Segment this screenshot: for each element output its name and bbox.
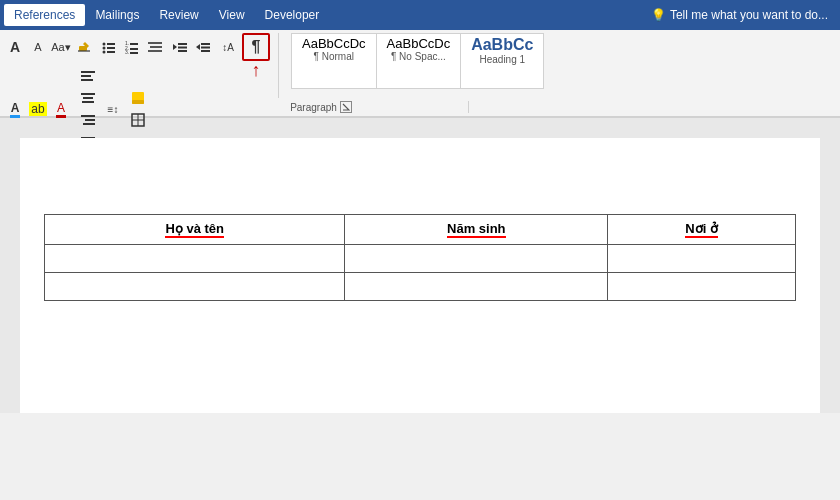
borders-btn[interactable]	[127, 109, 149, 131]
svg-rect-25	[201, 50, 210, 52]
tell-me-text: Tell me what you want to do...	[670, 8, 828, 22]
style-heading1[interactable]: AaBbCc Heading 1	[461, 34, 543, 88]
arrow-up-icon: ↑	[252, 61, 261, 79]
main-table: Họ và tên Năm sinh Nơi ở	[44, 214, 796, 301]
svg-rect-30	[83, 97, 93, 99]
sort-btn[interactable]: ↕A	[217, 36, 239, 58]
eraser-icon	[77, 40, 91, 54]
tell-me-bar: 💡 Tell me what you want to do...	[643, 8, 836, 22]
svg-rect-32	[81, 115, 95, 117]
menu-mailings[interactable]: Mailings	[85, 4, 149, 26]
font-group: A A Aa▾ 1.2.3.	[4, 33, 279, 98]
style-heading1-preview: AaBbCc	[471, 36, 533, 54]
pilcrow-btn[interactable]: ¶	[242, 33, 270, 61]
svg-rect-12	[130, 48, 138, 50]
align-right-icon	[81, 113, 95, 127]
multilevel-list-btn[interactable]	[144, 36, 166, 58]
svg-rect-27	[81, 75, 91, 77]
borders-icon	[131, 113, 145, 127]
style-nospace-label: ¶ No Spac...	[391, 51, 446, 62]
align-left-btn[interactable]	[77, 65, 99, 87]
svg-rect-20	[178, 47, 187, 49]
font-aa-btn[interactable]: Aa▾	[50, 36, 72, 58]
numbered-list-btn[interactable]: 1.2.3.	[121, 36, 143, 58]
menu-bar: References Mailings Review View Develope…	[0, 0, 840, 30]
clear-format-btn[interactable]	[73, 36, 95, 58]
style-no-spacing[interactable]: AaBbCcDc ¶ No Spac...	[377, 34, 462, 88]
svg-rect-4	[107, 43, 115, 45]
svg-rect-10	[130, 43, 138, 45]
menu-view[interactable]: View	[209, 4, 255, 26]
styles-container: AaBbCcDc ¶ Normal AaBbCcDc ¶ No Spac... …	[291, 33, 544, 89]
multilevel-icon	[148, 40, 162, 54]
svg-rect-33	[85, 119, 95, 121]
font-size-shrink-btn[interactable]: A	[27, 36, 49, 58]
header-birth: Năm sinh	[345, 215, 608, 245]
svg-rect-8	[107, 51, 115, 53]
indent-btns	[169, 36, 214, 58]
align-center-icon	[81, 91, 95, 105]
style-normal[interactable]: AaBbCcDc ¶ Normal	[292, 34, 377, 88]
font-color-btn[interactable]: A	[50, 98, 72, 120]
menu-references[interactable]: References	[4, 4, 85, 26]
ribbon: A A Aa▾ 1.2.3.	[0, 30, 840, 98]
bullet-list-btn[interactable]	[98, 36, 120, 58]
cell-name-2[interactable]	[45, 273, 345, 301]
svg-marker-18	[173, 44, 177, 50]
list-btns: 1.2.3.	[98, 36, 166, 58]
cell-address-2[interactable]	[608, 273, 796, 301]
font-row1: A A Aa▾ 1.2.3.	[4, 33, 270, 61]
line-spacing-btn[interactable]: ≡↕	[102, 98, 124, 120]
style-nospace-preview: AaBbCcDc	[387, 36, 451, 51]
bullet-list-icon	[102, 40, 116, 54]
document-area: Họ và tên Năm sinh Nơi ở	[0, 118, 840, 413]
svg-rect-34	[83, 123, 95, 125]
shading-btn[interactable]	[127, 87, 149, 109]
style-normal-preview: AaBbCcDc	[302, 36, 366, 51]
doc-space-above	[44, 154, 796, 214]
style-heading1-label: Heading 1	[479, 54, 525, 65]
svg-point-7	[103, 51, 106, 54]
menu-review[interactable]: Review	[149, 4, 208, 26]
svg-text:3.: 3.	[125, 49, 129, 54]
cell-address-1[interactable]	[608, 245, 796, 273]
svg-rect-16	[150, 46, 162, 48]
svg-rect-23	[201, 43, 210, 45]
table-header-row: Họ và tên Năm sinh Nơi ở	[45, 215, 796, 245]
line-spacing-btns: ≡↕	[102, 98, 124, 120]
font-size-grow-btn[interactable]: A	[4, 36, 26, 58]
expand-arrow-icon	[342, 103, 350, 111]
svg-point-5	[103, 47, 106, 50]
svg-point-3	[103, 43, 106, 46]
svg-rect-28	[81, 79, 93, 81]
cell-birth-1[interactable]	[345, 245, 608, 273]
header-name-text: Họ và tên	[165, 221, 224, 238]
cell-birth-2[interactable]	[345, 273, 608, 301]
paragraph-expand-icon[interactable]	[340, 101, 352, 113]
paragraph-section: Paragraph	[174, 101, 469, 113]
menu-developer[interactable]: Developer	[255, 4, 330, 26]
decrease-indent-btn[interactable]	[169, 36, 191, 58]
svg-marker-22	[196, 44, 200, 50]
header-birth-text: Năm sinh	[447, 221, 506, 238]
styles-group: AaBbCcDc ¶ Normal AaBbCcDc ¶ No Spac... …	[291, 33, 544, 98]
svg-rect-14	[130, 52, 138, 54]
svg-rect-19	[178, 43, 187, 45]
number-list-icon: 1.2.3.	[125, 40, 139, 54]
shading-btns	[127, 87, 149, 131]
highlight-icon: ab	[29, 102, 46, 116]
style-normal-label: ¶ Normal	[314, 51, 354, 62]
lightbulb-icon: 💡	[651, 8, 666, 22]
font-color-a-btn[interactable]: A	[4, 98, 26, 120]
svg-rect-24	[201, 47, 210, 49]
increase-indent-btn[interactable]	[192, 36, 214, 58]
align-right-btn[interactable]	[77, 109, 99, 131]
svg-rect-26	[81, 71, 95, 73]
svg-rect-29	[81, 93, 95, 95]
cell-name-1[interactable]	[45, 245, 345, 273]
highlight-btn[interactable]: ab	[27, 98, 49, 120]
header-name: Họ và tên	[45, 215, 345, 245]
align-center-btn[interactable]	[77, 87, 99, 109]
svg-rect-17	[148, 50, 162, 52]
svg-rect-39	[132, 100, 144, 104]
